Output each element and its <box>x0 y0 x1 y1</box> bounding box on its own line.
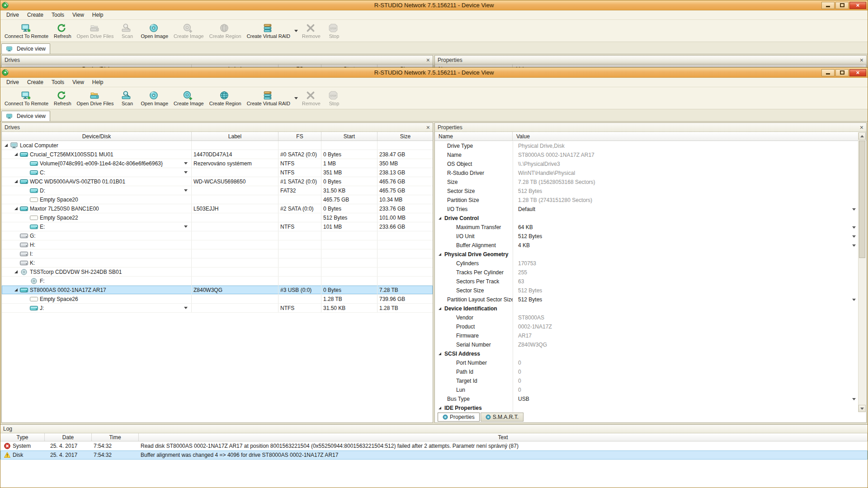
property-group-row[interactable]: Device Identification <box>435 304 858 313</box>
mount-dropdown-icon[interactable] <box>184 171 188 174</box>
property-row[interactable]: Sector Size512 Bytes <box>435 286 858 295</box>
drive-row[interactable]: K: <box>2 258 433 267</box>
toolbar-open-drive-files[interactable]: Open Drive Files <box>74 88 117 108</box>
tree-expander-icon[interactable] <box>14 180 18 183</box>
property-row[interactable]: Cylinders170753 <box>435 259 858 268</box>
column-header-value[interactable]: Value <box>513 132 866 141</box>
property-row[interactable]: Buffer Alignment4 KB <box>435 241 858 250</box>
dropdown-chevron-icon[interactable] <box>852 244 856 247</box>
property-row[interactable]: Path Id0 <box>435 367 858 376</box>
mount-dropdown-icon[interactable] <box>184 189 188 192</box>
tree-expander-icon[interactable] <box>14 288 18 291</box>
property-row[interactable]: Partition Size1.28 TB (2743151280 Sector… <box>435 196 858 205</box>
tab-s-m-a-r-t[interactable]: S.M.A.R.T. <box>481 413 524 422</box>
drive-row[interactable]: I: <box>2 249 433 258</box>
drive-row[interactable]: Empty Space20465.75 GB10.34 MB <box>2 195 433 204</box>
drive-row[interactable]: H: <box>2 240 433 249</box>
drive-row[interactable]: Crucial_CT256MX100SSD1 MU0114470DD47A14#… <box>2 150 433 159</box>
tree-expander-icon[interactable] <box>14 153 18 156</box>
menu-item-view[interactable]: View <box>68 78 88 87</box>
drive-row[interactable]: J:NTFS31.50 KB1.28 TB <box>2 304 433 313</box>
menu-item-create[interactable]: Create <box>23 10 47 19</box>
toolbar-scan[interactable]: Scan <box>116 88 138 108</box>
menu-item-drive[interactable]: Drive <box>2 78 23 87</box>
toolbar-create-virtual-raid[interactable]: Create Virtual RAID <box>244 88 293 108</box>
column-header-time[interactable]: Time <box>92 433 139 441</box>
properties-scrollbar[interactable] <box>858 132 866 412</box>
property-group-row[interactable]: Physical Drive Geometry <box>435 250 858 259</box>
property-row[interactable]: I/O Unit512 Bytes <box>435 232 858 241</box>
column-header-fs[interactable]: FS <box>278 132 321 141</box>
toolbar-connect-to-remote[interactable]: Connect To Remote <box>2 21 51 41</box>
group-expander-icon[interactable] <box>439 407 441 409</box>
close-button[interactable]: × <box>849 69 866 76</box>
toolbar-create-image[interactable]: Create Image <box>171 88 207 108</box>
dropdown-chevron-icon[interactable] <box>852 226 856 229</box>
property-row[interactable]: Lun0 <box>435 385 858 394</box>
column-header-start[interactable]: Start <box>321 132 377 141</box>
toolbar-raid-dropdown-icon[interactable] <box>293 88 299 108</box>
property-group-row[interactable]: IDE Properties <box>435 404 858 412</box>
property-row[interactable]: I/O TriesDefault <box>435 205 858 214</box>
scrollbar-thumb[interactable] <box>859 141 865 258</box>
property-row[interactable]: Size7.28 TB (15628053168 Sectors) <box>435 178 858 187</box>
column-header-type[interactable]: Type <box>0 433 45 441</box>
menu-item-tools[interactable]: Tools <box>47 78 68 87</box>
log-row[interactable]: System25. 4. 20177:54:32Read disk ST8000… <box>0 441 868 450</box>
property-group-row[interactable]: SCSI Address <box>435 349 858 358</box>
property-row[interactable]: Product0002-1NA17Z <box>435 322 858 331</box>
property-row[interactable]: Maximum Transfer64 KB <box>435 223 858 232</box>
tree-expander-icon[interactable] <box>14 207 18 210</box>
mount-dropdown-icon[interactable] <box>184 162 188 164</box>
drive-row[interactable]: Empty Space22512 Bytes101.00 MB <box>2 213 433 222</box>
property-row[interactable]: OS Object\\.\PhysicalDrive3 <box>435 160 858 169</box>
property-row[interactable]: FirmwareAR17 <box>435 331 858 340</box>
menu-item-view[interactable]: View <box>68 10 88 19</box>
toolbar-open-image[interactable]: Open Image <box>138 88 171 108</box>
dropdown-chevron-icon[interactable] <box>852 235 856 238</box>
toolbar-refresh[interactable]: Refresh <box>51 21 74 41</box>
drive-row[interactable]: Empty Space261.28 TB739.96 GB <box>2 295 433 304</box>
drive-row[interactable]: D:FAT3231.50 KB465.75 GB <box>2 186 433 195</box>
dropdown-chevron-icon[interactable] <box>852 208 856 211</box>
property-group-row[interactable]: Drive Control <box>435 214 858 223</box>
tree-expander-icon[interactable] <box>5 144 8 147</box>
property-row[interactable]: R-Studio DriverWinNT\Handle\Physical <box>435 169 858 178</box>
drive-row[interactable]: E:NTFS101 MB233.66 GB <box>2 222 433 231</box>
group-expander-icon[interactable] <box>439 217 441 220</box>
toolbar-refresh[interactable]: Refresh <box>51 88 74 108</box>
property-row[interactable]: Port Number0 <box>435 358 858 367</box>
mount-dropdown-icon[interactable] <box>184 225 188 228</box>
toolbar-open-image[interactable]: Open Image <box>138 21 171 41</box>
property-row[interactable]: Tracks Per Cylinder255 <box>435 268 858 277</box>
menu-item-help[interactable]: Help <box>88 10 108 19</box>
scroll-up-button[interactable] <box>859 132 866 140</box>
menu-item-drive[interactable]: Drive <box>2 10 23 19</box>
menu-item-tools[interactable]: Tools <box>47 10 68 19</box>
drive-row[interactable]: C:NTFS351 MB238.13 GB <box>2 168 433 177</box>
close-panel-icon[interactable]: × <box>860 57 863 63</box>
drive-row[interactable]: Volume{0748c991-e009-11e4-824c-806e6f6e6… <box>2 159 433 168</box>
property-row[interactable]: Drive TypePhysical Drive,Disk <box>435 141 858 150</box>
minimize-button[interactable] <box>821 69 835 76</box>
property-row[interactable]: Target Id0 <box>435 376 858 385</box>
menu-item-create[interactable]: Create <box>23 78 47 87</box>
drive-row[interactable]: WDC WD5000AAVS-00ZTB0 01.01B01WD-WCASU56… <box>2 177 433 186</box>
titlebar[interactable]: R-STUDIO Network 7.5.156211 - Device Vie… <box>0 0 868 10</box>
column-header-date[interactable]: Date <box>45 433 92 441</box>
toolbar-connect-to-remote[interactable]: Connect To Remote <box>2 88 51 108</box>
column-header-device-disk[interactable]: Device/Disk <box>2 132 192 141</box>
group-expander-icon[interactable] <box>439 307 441 310</box>
maximize-button[interactable] <box>835 2 849 9</box>
tree-expander-icon[interactable] <box>14 270 18 273</box>
property-row[interactable]: Partition Layout Sector Size512 Bytes <box>435 295 858 304</box>
property-row[interactable]: Sectors Per Track63 <box>435 277 858 286</box>
scroll-down-button[interactable] <box>859 405 866 412</box>
dropdown-chevron-icon[interactable] <box>852 299 856 301</box>
menu-item-help[interactable]: Help <box>88 78 108 87</box>
property-row[interactable]: NameST8000AS 0002-1NA17Z AR17 <box>435 150 858 160</box>
minimize-button[interactable] <box>821 2 835 9</box>
tab-device-view[interactable]: Device view <box>1 111 50 121</box>
column-header-name[interactable]: Name <box>435 132 513 141</box>
drive-row[interactable]: Local Computer <box>2 141 433 150</box>
